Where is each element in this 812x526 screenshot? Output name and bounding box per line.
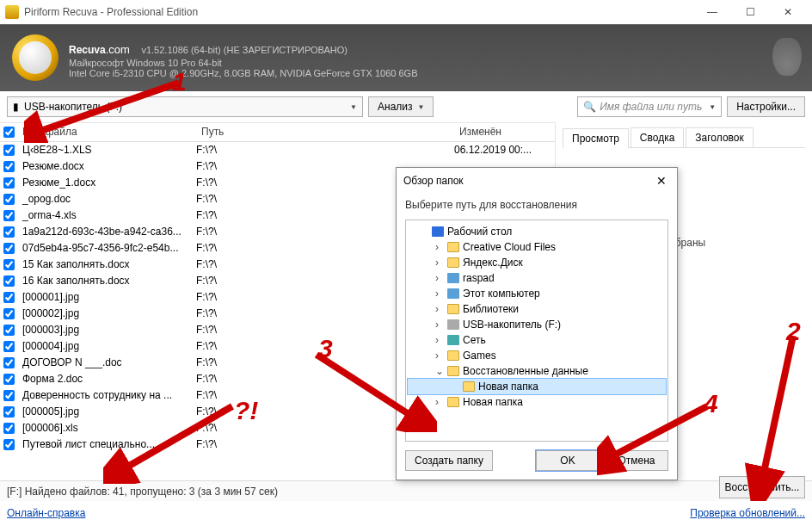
browse-folder-dialog: Обзор папок ✕ Выберите путь для восстано… [396,167,678,480]
expander-icon[interactable]: › [435,288,444,300]
chevron-down-icon: ▼ [350,103,357,111]
expander-icon[interactable]: › [435,272,444,284]
row-checkbox[interactable] [0,210,17,221]
row-checkbox[interactable] [0,406,17,418]
tree-node[interactable]: ›USB-накопитель (F:) [408,317,666,332]
row-checkbox[interactable] [0,226,17,238]
drive-selector[interactable]: ▮ USB-накопитель (F:) ▼ [7,96,363,117]
expander-icon[interactable]: › [435,350,444,362]
folder-icon [463,381,475,392]
col-path[interactable]: Путь [196,126,454,138]
new-folder-label: Создать папку [415,455,483,467]
file-name-cell: 07d5eb4a-95c7-4356-9fc2-e54b... [17,242,196,254]
tree-node[interactable]: ›raspad [408,270,666,286]
tree-node[interactable]: ›Creative Cloud Files [408,239,666,255]
tree-label: Новая папка [463,396,523,408]
tree-node[interactable]: Рабочий стол [408,224,666,239]
brand-name: Recuva.com v1.52.1086 (64-bit) (НЕ ЗАРЕГ… [69,38,418,58]
search-input[interactable]: 🔍 Имя файла или путь ▼ [577,96,722,117]
row-checkbox[interactable] [0,439,17,450]
app-logo-icon [12,34,58,81]
folder-icon [447,397,459,407]
row-checkbox[interactable] [0,341,17,352]
row-checkbox[interactable] [0,161,17,172]
expander-icon[interactable]: › [435,319,444,331]
tree-node[interactable]: ›Этот компьютер [408,286,666,301]
update-link-text: Проверка обновлений... [690,507,805,519]
row-checkbox[interactable] [0,390,17,401]
row-checkbox[interactable] [0,194,17,205]
row-checkbox[interactable] [0,357,17,368]
col-name[interactable]: Имя файла [17,126,196,138]
file-name-cell: Ц‹8E28~1.XLS [17,144,196,156]
new-folder-button[interactable]: Создать папку [405,450,493,471]
ok-button[interactable]: OK [536,450,600,471]
tree-label: Яндекс.Диск [463,257,523,269]
dialog-close-button[interactable]: ✕ [653,174,670,188]
brand-suffix: .com [106,43,130,56]
tree-node[interactable]: ›Новая папка [408,394,666,410]
maximize-button[interactable]: ☐ [731,0,769,24]
cancel-button[interactable]: Отмена [605,450,668,471]
dialog-message: Выберите путь для восстановления [397,194,677,220]
tab-preview[interactable]: Просмотр [563,128,629,148]
folder-tree[interactable]: Рабочий стол›Creative Cloud Files›Яндекс… [405,220,668,442]
row-checkbox[interactable] [0,374,17,385]
file-name-cell: ДОГОВОР N ___.doc [17,356,196,368]
tab-header[interactable]: Заголовок [686,127,753,147]
row-checkbox[interactable] [0,325,17,336]
expander-icon[interactable]: ⌄ [435,365,444,377]
update-link[interactable]: Проверка обновлений... [690,507,805,519]
tree-node[interactable]: ›Сеть [408,332,666,348]
tree-node[interactable]: ⌄Восстановленные данные [408,363,666,379]
tree-node[interactable]: ›Games [408,348,666,363]
file-name-cell: [000003].jpg [17,324,196,336]
app-header: Recuva.com v1.52.1086 (64-bit) (НЕ ЗАРЕГ… [0,24,812,91]
analyze-button[interactable]: Анализ ▼ [368,96,434,117]
row-checkbox[interactable] [0,423,17,434]
blue-icon [432,226,444,237]
tree-label: Новая папка [478,381,538,393]
recover-label: Восстановить... [725,481,800,493]
toolbar: ▮ USB-накопитель (F:) ▼ Анализ ▼ 🔍 Имя ф… [0,91,812,122]
os-info: Майкрософт Windows 10 Pro 64-bit [69,58,418,68]
expander-icon[interactable]: › [435,241,444,253]
file-name-cell: [000006].xls [17,422,196,434]
hardware-info: Intel Core i5-2310 CPU @ 2.90GHz, 8.0GB … [69,68,418,78]
tab-summary[interactable]: Сводка [631,127,685,147]
bottom-bar: Онлайн-справка Проверка обновлений... [0,501,812,525]
row-checkbox[interactable] [0,177,17,189]
tree-node[interactable]: Новая папка [408,379,666,394]
file-row[interactable]: Ц‹8E28~1.XLSF:\?\06.12.2019 00:... [0,142,555,158]
expander-icon[interactable]: › [435,257,444,269]
settings-button[interactable]: Настройки... [727,96,805,117]
row-checkbox[interactable] [0,275,17,287]
row-checkbox[interactable] [0,308,17,319]
row-checkbox[interactable] [0,292,17,303]
minimize-button[interactable]: — [693,0,731,24]
row-checkbox[interactable] [0,145,17,156]
tree-node[interactable]: ›Яндекс.Диск [408,255,666,270]
col-modified[interactable]: Изменён [454,126,555,138]
close-button[interactable]: ✕ [769,0,807,24]
row-checkbox[interactable] [0,243,17,254]
tab-preview-label: Просмотр [572,133,619,145]
tree-node[interactable]: ›Библиотеки [408,301,666,317]
tree-label: Рабочий стол [447,226,512,238]
file-modified-cell: 06.12.2019 00:... [454,144,555,156]
recover-button[interactable]: Восстановить... [719,476,805,498]
dialog-titlebar: Обзор папок ✕ [397,168,677,194]
help-link[interactable]: Онлайн-справка [7,507,85,519]
row-checkbox[interactable] [0,259,17,270]
file-name-cell: [000001].jpg [17,291,196,303]
file-name-cell: 16 Как заполнять.docx [17,275,196,287]
expander-icon[interactable]: › [435,396,444,408]
window-titlebar: Piriform Recuva - Professional Edition —… [0,0,812,24]
expander-icon[interactable]: › [435,334,444,346]
file-name-cell: _orma-4.xls [17,209,196,221]
folder-icon [447,242,459,252]
expander-icon[interactable]: › [435,303,444,315]
folder-icon [447,366,459,376]
file-path-cell: F:\?\ [196,144,454,156]
select-all-checkbox[interactable] [0,127,17,138]
